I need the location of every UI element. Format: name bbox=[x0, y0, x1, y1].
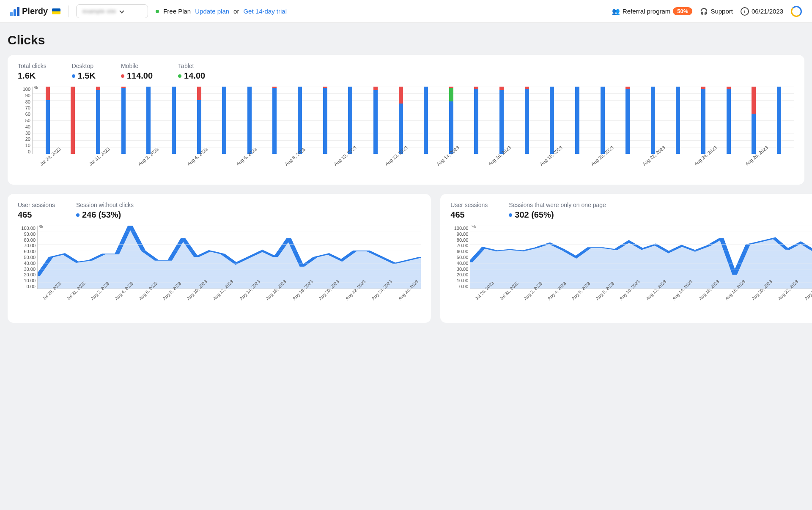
bar[interactable] bbox=[399, 87, 403, 154]
sessions-no-click-card: User sessions 465 Session without clicks… bbox=[8, 194, 431, 323]
support-label: Support bbox=[710, 8, 733, 15]
y-tick: 90.00 bbox=[18, 232, 36, 237]
user-sessions-stat-2: User sessions 465 bbox=[450, 202, 488, 220]
bar[interactable] bbox=[601, 87, 605, 154]
referral-link[interactable]: 👥 Referral program 50% bbox=[612, 7, 692, 15]
y-tick: 60.00 bbox=[18, 249, 36, 254]
desktop-label: Desktop bbox=[72, 63, 96, 69]
y-tick: 10.00 bbox=[18, 278, 36, 283]
y-tick: 30.00 bbox=[450, 267, 468, 272]
site-selector[interactable]: example site bbox=[76, 4, 148, 18]
support-link[interactable]: 🎧 Support bbox=[700, 8, 733, 15]
bar[interactable] bbox=[197, 87, 201, 154]
trial-link[interactable]: Get 14-day trial bbox=[243, 8, 287, 15]
bar[interactable] bbox=[499, 87, 504, 154]
bar[interactable] bbox=[298, 87, 302, 154]
logo-bars-icon bbox=[10, 7, 19, 16]
bar[interactable] bbox=[701, 87, 705, 154]
clicks-card: Total clicks 1.6K Desktop 1.5K Mobile 11… bbox=[8, 55, 804, 185]
bar[interactable] bbox=[449, 87, 453, 154]
referral-label: Referral program bbox=[623, 8, 670, 15]
brand-logo[interactable]: Plerdy bbox=[10, 6, 60, 16]
bar[interactable] bbox=[46, 87, 50, 154]
bar[interactable] bbox=[550, 87, 554, 154]
bar[interactable] bbox=[323, 87, 327, 154]
y-tick: 10 bbox=[18, 143, 30, 148]
site-selector-value: example site bbox=[82, 8, 116, 14]
ukraine-flag-icon bbox=[52, 8, 60, 14]
y-tick: 0.00 bbox=[450, 284, 468, 289]
y-tick: 80.00 bbox=[18, 237, 36, 243]
bar[interactable] bbox=[222, 87, 226, 154]
headset-icon: 🎧 bbox=[700, 8, 708, 15]
user-sessions-label: User sessions bbox=[18, 202, 55, 208]
bar[interactable] bbox=[474, 87, 478, 154]
y-tick: 70.00 bbox=[18, 243, 36, 248]
sessions-line-chart: % 100.0090.0080.0070.0060.0050.0040.0030… bbox=[18, 226, 421, 314]
y-tick: 20.00 bbox=[18, 272, 36, 277]
total-clicks-value: 1.6K bbox=[18, 71, 47, 81]
mobile-dot-icon bbox=[121, 74, 124, 78]
user-sessions-stat: User sessions 465 bbox=[18, 202, 55, 220]
bar[interactable] bbox=[651, 87, 655, 154]
desktop-dot-icon bbox=[72, 74, 75, 78]
y-tick: 0.00 bbox=[18, 284, 36, 289]
y-tick: 100 bbox=[18, 87, 30, 92]
sessions-no-click-stat: Session without clicks 246 (53%) bbox=[76, 202, 134, 220]
y-tick: 50.00 bbox=[450, 255, 468, 260]
user-sessions-value-2: 465 bbox=[450, 210, 488, 220]
onepage-value: 302 (65%) bbox=[515, 210, 554, 220]
referral-badge: 50% bbox=[673, 7, 692, 15]
bar[interactable] bbox=[348, 87, 352, 154]
bar[interactable] bbox=[172, 87, 176, 154]
desktop-value: 1.5K bbox=[78, 71, 96, 81]
page-title: Clicks bbox=[8, 33, 804, 47]
bar[interactable] bbox=[71, 87, 75, 154]
onepage-sessions-card: User sessions 465 Sessions that were onl… bbox=[440, 194, 812, 323]
bar[interactable] bbox=[96, 87, 100, 154]
bar[interactable] bbox=[272, 87, 277, 154]
bar[interactable] bbox=[752, 87, 756, 154]
bar[interactable] bbox=[777, 87, 781, 154]
bar[interactable] bbox=[625, 87, 630, 154]
y-tick: 80 bbox=[18, 99, 30, 104]
y-tick: 20.00 bbox=[450, 272, 468, 277]
y-tick: 30.00 bbox=[18, 267, 36, 272]
y-tick: 80.00 bbox=[450, 237, 468, 243]
y-tick: 40.00 bbox=[450, 261, 468, 266]
integration-badge-icon[interactable] bbox=[791, 6, 802, 17]
bar[interactable] bbox=[146, 87, 151, 154]
divider bbox=[68, 5, 69, 17]
info-icon: i bbox=[741, 7, 749, 16]
app-header: Plerdy example site Free Plan Update pla… bbox=[0, 0, 812, 23]
plan-dot-icon bbox=[156, 10, 159, 13]
bar[interactable] bbox=[373, 87, 378, 154]
bar[interactable] bbox=[676, 87, 680, 154]
bar[interactable] bbox=[525, 87, 529, 154]
or-text: or bbox=[233, 8, 239, 15]
desktop-stat: Desktop 1.5K bbox=[72, 63, 96, 81]
mobile-stat: Mobile 114.00 bbox=[121, 63, 153, 81]
bar[interactable] bbox=[121, 87, 126, 154]
bar[interactable] bbox=[424, 87, 428, 154]
y-tick: 20 bbox=[18, 136, 30, 142]
date-display[interactable]: i 06/21/2023 bbox=[741, 7, 783, 16]
update-plan-link[interactable]: Update plan bbox=[195, 8, 229, 15]
y-tick: 40 bbox=[18, 124, 30, 129]
chevron-down-icon bbox=[119, 8, 124, 13]
brand-name: Plerdy bbox=[22, 6, 48, 16]
bar[interactable] bbox=[575, 87, 579, 154]
y-tick: 90 bbox=[18, 93, 30, 98]
y-tick: 100.00 bbox=[450, 226, 468, 231]
clicks-bar-chart: % 1009080706050403020100 Jul 29, 2023Jul… bbox=[18, 87, 794, 175]
y-tick: 100.00 bbox=[18, 226, 36, 231]
bar[interactable] bbox=[727, 87, 731, 154]
y-tick: 50.00 bbox=[18, 255, 36, 260]
y-tick: 60 bbox=[18, 112, 30, 117]
tablet-stat: Tablet 14.00 bbox=[178, 63, 205, 81]
onepage-line-chart: % 100.0090.0080.0070.0060.0050.0040.0030… bbox=[450, 226, 812, 314]
y-tick: 70.00 bbox=[450, 243, 468, 248]
swc-dot-icon bbox=[76, 213, 80, 217]
onepage-stat: Sessions that were only on one page 302 … bbox=[509, 202, 606, 220]
bar[interactable] bbox=[247, 87, 252, 154]
